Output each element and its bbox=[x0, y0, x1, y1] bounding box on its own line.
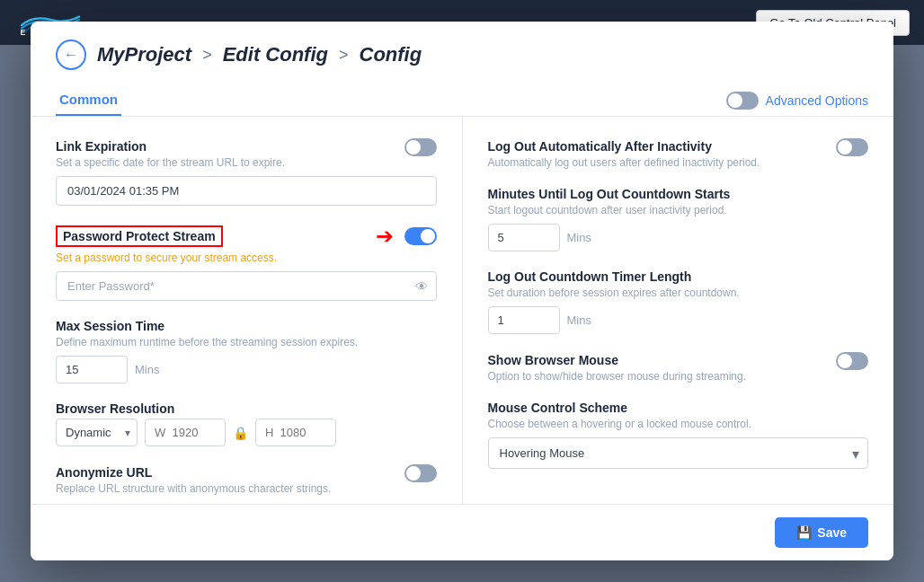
config-modal: ← MyProject > Edit Config > Config Commo… bbox=[31, 22, 893, 560]
show-browser-mouse-desc: Option to show/hide browser mouse during… bbox=[488, 370, 869, 383]
eye-icon[interactable]: 👁 bbox=[415, 279, 428, 294]
breadcrumb: ← MyProject > Edit Config > Config bbox=[56, 40, 868, 70]
save-label: Save bbox=[817, 525, 847, 540]
countdown-starts-unit: Mins bbox=[567, 231, 591, 244]
link-expiration-label: Link Expiration bbox=[56, 139, 147, 154]
anonymize-url-desc: Replace URL structure with anonymous cha… bbox=[56, 482, 437, 495]
tab-common[interactable]: Common bbox=[56, 84, 121, 116]
resolution-select-wrapper: Dynamic Custom bbox=[56, 419, 138, 446]
logout-inactivity-desc: Automatically log out users after define… bbox=[488, 156, 869, 169]
password-input-wrapper: 👁 bbox=[56, 271, 437, 301]
countdown-starts-input-group: Mins bbox=[488, 224, 869, 251]
width-input[interactable] bbox=[145, 419, 226, 446]
max-session-desc: Define maximum runtime before the stream… bbox=[56, 336, 437, 348]
password-protect-group: Password Protect Stream ➔ Set a password… bbox=[56, 224, 437, 301]
countdown-timer-input[interactable] bbox=[488, 306, 560, 334]
countdown-timer-group: Log Out Countdown Timer Length Set durat… bbox=[488, 269, 869, 334]
max-session-input-group: Mins bbox=[56, 356, 437, 384]
right-column: Log Out Automatically After Inactivity A… bbox=[463, 117, 894, 504]
max-session-input[interactable] bbox=[56, 356, 128, 384]
resolution-select[interactable]: Dynamic Custom bbox=[56, 419, 138, 446]
link-expiration-input[interactable] bbox=[56, 176, 437, 206]
anonymize-url-toggle[interactable] bbox=[404, 464, 437, 482]
breadcrumb-sep1: > bbox=[202, 46, 212, 65]
show-browser-mouse-label: Show Browser Mouse bbox=[488, 353, 618, 367]
countdown-starts-group: Minutes Until Log Out Countdown Starts S… bbox=[488, 187, 869, 251]
mouse-control-label: Mouse Control Scheme bbox=[488, 401, 869, 415]
mouse-control-desc: Choose between a hovering or a locked mo… bbox=[488, 418, 869, 430]
browser-resolution-label: Browser Resolution bbox=[56, 401, 437, 416]
browser-resolution-group: Browser Resolution Dynamic Custom 🔒 bbox=[56, 401, 437, 446]
left-column: Link Expiration Set a specific date for … bbox=[31, 117, 463, 504]
anonymize-url-group: Anonymize URL Replace URL structure with… bbox=[56, 464, 437, 495]
countdown-timer-input-group: Mins bbox=[488, 306, 869, 334]
arrow-icon: ➔ bbox=[376, 224, 394, 249]
tab-row: Common Advanced Options bbox=[56, 84, 868, 116]
show-browser-mouse-group: Show Browser Mouse Option to show/hide b… bbox=[488, 352, 869, 383]
password-protect-desc: Set a password to secure your stream acc… bbox=[56, 251, 437, 264]
lock-icon: 🔒 bbox=[233, 426, 248, 440]
max-session-group: Max Session Time Define maximum runtime … bbox=[56, 319, 437, 384]
mouse-control-select[interactable]: Hovering Mouse Locked Mouse bbox=[488, 437, 869, 469]
breadcrumb-config: Config bbox=[360, 43, 422, 66]
modal-footer: 💾 Save bbox=[31, 504, 893, 560]
anonymize-url-label: Anonymize URL bbox=[56, 465, 152, 480]
countdown-timer-desc: Set duration before session expires afte… bbox=[488, 287, 869, 299]
password-input[interactable] bbox=[56, 271, 437, 301]
breadcrumb-project: MyProject bbox=[97, 43, 191, 66]
mouse-control-dropdown-wrapper: Hovering Mouse Locked Mouse bbox=[488, 437, 869, 469]
logout-inactivity-group: Log Out Automatically After Inactivity A… bbox=[488, 138, 869, 169]
max-session-unit: Mins bbox=[135, 363, 159, 376]
logout-inactivity-label: Log Out Automatically After Inactivity bbox=[488, 139, 712, 154]
max-session-label: Max Session Time bbox=[56, 319, 437, 333]
mouse-control-group: Mouse Control Scheme Choose between a ho… bbox=[488, 401, 869, 469]
modal-overlay: ← MyProject > Edit Config > Config Commo… bbox=[0, 0, 924, 582]
countdown-starts-input[interactable] bbox=[488, 224, 560, 251]
link-expiration-toggle[interactable] bbox=[404, 138, 437, 156]
advanced-options-label: Advanced Options bbox=[766, 93, 868, 108]
modal-header: ← MyProject > Edit Config > Config Commo… bbox=[31, 22, 893, 117]
countdown-timer-unit: Mins bbox=[567, 313, 591, 327]
link-expiration-desc: Set a specific date for the stream URL t… bbox=[56, 156, 437, 169]
logout-inactivity-toggle[interactable] bbox=[836, 138, 868, 156]
breadcrumb-edit-config: Edit Config bbox=[223, 43, 328, 66]
breadcrumb-sep2: > bbox=[339, 46, 349, 65]
countdown-starts-label: Minutes Until Log Out Countdown Starts bbox=[488, 187, 869, 201]
countdown-starts-desc: Start logout countdown after user inacti… bbox=[488, 204, 869, 216]
height-input[interactable] bbox=[255, 419, 336, 446]
show-browser-mouse-toggle[interactable] bbox=[836, 352, 868, 370]
advanced-options-toggle[interactable]: Advanced Options bbox=[726, 92, 868, 110]
password-protect-label: Password Protect Stream bbox=[56, 225, 223, 247]
link-expiration-group: Link Expiration Set a specific date for … bbox=[56, 138, 437, 206]
back-button[interactable]: ← bbox=[56, 40, 86, 70]
password-protect-toggle[interactable] bbox=[404, 227, 437, 245]
modal-body: Link Expiration Set a specific date for … bbox=[31, 117, 893, 504]
advanced-options-toggle-switch[interactable] bbox=[726, 92, 759, 110]
save-icon: 💾 bbox=[796, 525, 812, 540]
save-button[interactable]: 💾 Save bbox=[775, 517, 868, 548]
resolution-input-group: Dynamic Custom 🔒 bbox=[56, 419, 437, 446]
countdown-timer-label: Log Out Countdown Timer Length bbox=[488, 269, 869, 284]
